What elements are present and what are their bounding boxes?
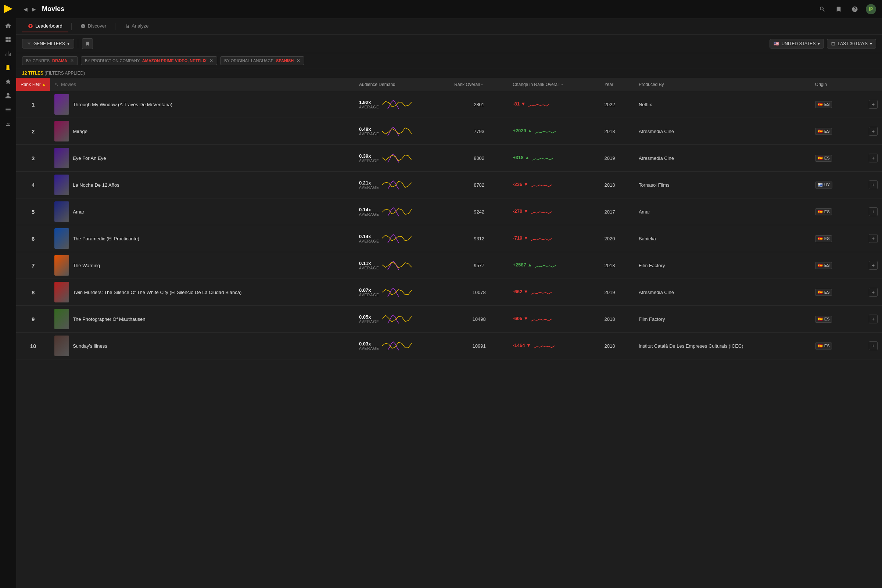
region-selector[interactable]: 🇺🇸 UNITED STATES ▾ [770,39,824,48]
movie-title-6: The Warning [73,263,100,268]
demand-value-2: 0.39x [359,153,379,159]
origin-cell-0: 🇪🇸 ES [811,91,864,118]
add-cell-0[interactable]: + [864,91,882,118]
chip-language-remove[interactable]: ✕ [297,58,300,63]
add-cell-2[interactable]: + [864,145,882,172]
col-rank-filter[interactable]: Rank Filter ▲ [16,78,50,91]
demand-chart-2 [382,152,412,164]
nav-movies[interactable] [2,62,14,74]
add-button-3[interactable]: + [869,180,878,189]
table-row: 9 The Photographer Of Mauthausen 0.05x A… [16,306,882,333]
produced-cell-5: Babieka [634,225,811,252]
movie-cell-0[interactable]: Through My Window (A Través De Mi Ventan… [50,91,355,118]
search-icon-btn[interactable] [818,4,828,14]
gene-filters-button[interactable]: GENE FILTERS ▾ [22,39,74,48]
help-icon-btn[interactable] [850,4,860,14]
change-cell-5: -719 ▼ [508,225,600,252]
table-row: 2 Mirage 0.48x AVERAGE 7793 +2029 ▲ [16,118,882,145]
add-button-8[interactable]: + [869,315,878,323]
nav-list[interactable] [2,104,14,116]
tab-leaderboard[interactable]: Leaderboard [22,20,68,32]
year-cell-4: 2017 [600,198,634,225]
movie-cell-9[interactable]: Sunday's Illness [50,333,355,359]
col-rank-overall[interactable]: Rank Overall ▾ [450,78,508,91]
add-button-2[interactable]: + [869,154,878,162]
movie-cell-1[interactable]: Mirage [50,118,355,145]
produced-cell-0: Netflix [634,91,811,118]
forward-button[interactable]: ▶ [30,5,38,14]
change-sort-icon: ▾ [561,82,563,86]
movie-cell-5[interactable]: The Paramedic (El Practicante) [50,225,355,252]
demand-cell-3: 0.21x AVERAGE [355,172,450,198]
rank-overall-cell-3: 8782 [450,172,508,198]
filter-chip-genre: BY GENRES: DRAMA ✕ [22,56,78,65]
nav-chart[interactable] [2,48,14,60]
filter-bar: GENE FILTERS ▾ 🇺🇸 UNITED STATES ▾ LAST 3… [16,34,882,53]
add-button-5[interactable]: + [869,234,878,243]
change-sparkline-6 [535,261,557,270]
add-button-9[interactable]: + [869,341,878,350]
user-avatar[interactable]: IP [866,4,876,14]
chip-production-remove[interactable]: ✕ [210,58,213,63]
col-change[interactable]: Change in Rank Overall ▾ [508,78,600,91]
change-cell-0: -81 ▼ [508,91,600,118]
movies-search-input[interactable] [61,82,350,87]
table-row: 1 Through My Window (A Través De Mi Vent… [16,91,882,118]
add-cell-7[interactable]: + [864,279,882,306]
rank-overall-cell-1: 7793 [450,118,508,145]
tab-discover[interactable]: Discover [75,20,112,32]
chip-genre-remove[interactable]: ✕ [70,58,74,63]
add-cell-5[interactable]: + [864,225,882,252]
bookmark-icon-btn[interactable] [834,4,844,14]
add-button-1[interactable]: + [869,127,878,136]
movie-cell-6[interactable]: The Warning [50,252,355,279]
back-button[interactable]: ◀ [22,5,29,14]
col-add [864,78,882,91]
demand-chart-3 [382,179,412,191]
movie-title-9: Sunday's Illness [73,343,107,349]
demand-chart-1 [382,125,412,138]
rank-overall-cell-8: 10498 [450,306,508,333]
movie-thumb-8 [54,309,69,329]
add-button-7[interactable]: + [869,288,878,297]
filter-chip-production: BY PRODUCTION COMPANY: AMAZON PRIME VIDE… [81,56,217,65]
add-cell-4[interactable]: + [864,198,882,225]
add-cell-9[interactable]: + [864,333,882,359]
movie-cell-4[interactable]: Amar [50,198,355,225]
col-movies [50,78,355,91]
nav-home[interactable] [2,20,14,32]
produced-cell-4: Amar [634,198,811,225]
add-cell-3[interactable]: + [864,172,882,198]
nav-download[interactable] [2,118,14,129]
change-value-7: -662 ▼ [513,289,528,294]
year-cell-0: 2022 [600,91,634,118]
nav-star[interactable] [2,76,14,87]
add-button-4[interactable]: + [869,207,878,216]
movies-table: Rank Filter ▲ Audience Demand [16,78,882,359]
add-cell-8[interactable]: + [864,306,882,333]
top-icons: IP [818,4,876,14]
demand-label-5: AVERAGE [359,239,379,243]
add-button-6[interactable]: + [869,261,878,270]
tab-analyze[interactable]: Analyze [118,20,154,32]
app-logo[interactable] [2,3,14,15]
nav-person[interactable] [2,90,14,101]
demand-label-9: AVERAGE [359,346,379,351]
origin-cell-2: 🇪🇸 ES [811,145,864,172]
movie-cell-8[interactable]: The Photographer Of Mauthausen [50,306,355,333]
rank-overall-sort-icon: ▾ [481,82,483,86]
add-button-0[interactable]: + [869,100,878,109]
rank-cell-8: 9 [16,306,50,333]
movie-cell-2[interactable]: Eye For An Eye [50,145,355,172]
add-cell-1[interactable]: + [864,118,882,145]
nav-grid[interactable] [2,34,14,46]
date-range-selector[interactable]: LAST 30 DAYS ▾ [827,39,876,48]
rank-cell-2: 3 [16,145,50,172]
change-cell-7: -662 ▼ [508,279,600,306]
results-count: 12 TITLES [22,70,44,76]
movie-cell-7[interactable]: Twin Murders: The Silence Of The White C… [50,279,355,306]
movie-cell-3[interactable]: La Noche De 12 Años [50,172,355,198]
demand-label-1: AVERAGE [359,132,379,136]
add-cell-6[interactable]: + [864,252,882,279]
filter-bookmark-button[interactable] [82,38,93,49]
